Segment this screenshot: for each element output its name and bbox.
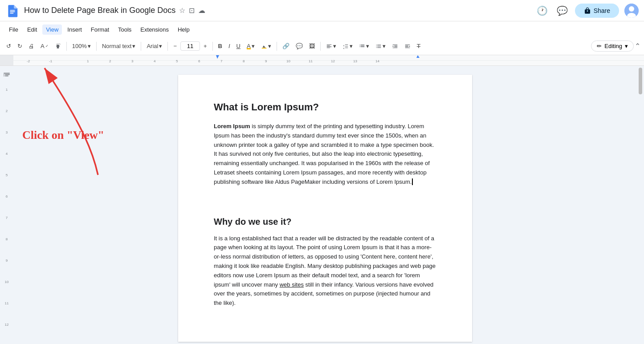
ruler-v-1: 1 [0, 79, 13, 101]
menu-extensions[interactable]: Extensions [137, 24, 172, 35]
svg-rect-7 [261, 48, 266, 49]
decrease-font-button[interactable]: − [171, 41, 179, 51]
editing-mode-button[interactable]: ✏ Editing ▾ [591, 40, 634, 52]
svg-text:2: 2 [109, 59, 111, 63]
font-chevron: ▾ [159, 43, 162, 49]
menu-help[interactable]: Help [174, 24, 193, 35]
underline-button[interactable]: U [234, 41, 243, 51]
ruler-v-7: 7 [0, 207, 13, 229]
align-button[interactable]: ▾ [323, 41, 339, 51]
spellcheck-button[interactable]: A✓ [38, 41, 51, 51]
text-color-chevron: ▾ [252, 43, 255, 49]
svg-text:6: 6 [198, 59, 200, 63]
scrollbar-thumb[interactable] [639, 68, 642, 94]
section1-paragraph-text: is simply dummy text of the printing and… [214, 123, 434, 185]
svg-text:-2: -2 [27, 59, 30, 63]
avatar [624, 4, 639, 18]
editing-label: Editing [604, 43, 622, 49]
redo-button[interactable]: ↻ [15, 41, 25, 51]
comment-icon[interactable]: 💬 [555, 4, 570, 18]
checklist-button[interactable]: ▾ [356, 41, 372, 51]
italic-button[interactable]: I [226, 41, 233, 51]
toolbar-sep-4 [167, 42, 168, 51]
star-icon[interactable]: ☆ [179, 6, 185, 15]
ruler-v-10: 10 [0, 271, 13, 293]
menu-file[interactable]: File [5, 24, 22, 35]
svg-text:3: 3 [131, 59, 134, 63]
title-right: 🕐 💬 Share [535, 4, 639, 18]
share-button[interactable]: Share [575, 4, 619, 18]
svg-text:4: 4 [154, 59, 156, 63]
menu-format[interactable]: Format [87, 24, 113, 35]
menu-tools[interactable]: Tools [114, 24, 135, 35]
ruler-v-9: 9 [0, 250, 13, 271]
svg-rect-1 [10, 10, 15, 11]
menu-edit[interactable]: Edit [24, 24, 41, 35]
image-button[interactable]: 🖼 [306, 41, 318, 51]
section1-paragraph: Lorem Ipsum is simply dummy text of the … [214, 122, 436, 187]
lock-icon [584, 7, 591, 14]
svg-text:9: 9 [265, 59, 267, 63]
zoom-chevron: ▾ [88, 43, 91, 49]
menu-insert[interactable]: Insert [64, 24, 86, 35]
toolbar-sep-7 [320, 42, 321, 51]
section1-heading: What is Lorem Ipsum? [214, 101, 436, 113]
bold-button[interactable]: B [216, 41, 225, 51]
clear-formatting-button[interactable]: T̶ [414, 41, 423, 51]
paint-format-button[interactable] [52, 41, 64, 51]
history-icon[interactable]: 🕐 [535, 4, 550, 18]
toolbar-sep-1 [66, 42, 67, 51]
share-label: Share [594, 7, 610, 14]
list-button[interactable]: ▾ [373, 41, 388, 51]
svg-text:10: 10 [286, 59, 290, 63]
line-spacing-button[interactable]: ▾ [340, 41, 355, 51]
toolbar-sep-3 [141, 42, 141, 51]
cloud-icon[interactable]: ☁ [198, 6, 205, 15]
section2-heading: Why do we use it? [214, 217, 436, 227]
highlight-chevron: ▾ [268, 43, 271, 49]
style-chevron: ▾ [132, 43, 135, 49]
doc-area[interactable]: What is Lorem Ipsum? Lorem Ipsum is simp… [13, 66, 637, 344]
text-cursor [412, 178, 413, 185]
link-button[interactable]: 🔗 [280, 41, 292, 51]
svg-text:8: 8 [243, 59, 245, 63]
text-style-label: Normal text [102, 43, 131, 49]
font-selector[interactable]: Arial ▾ [144, 41, 165, 51]
comment-add-button[interactable]: 💬 [293, 41, 306, 51]
web-sites-link[interactable]: web sites [280, 281, 304, 288]
font-label: Arial [147, 43, 158, 49]
toolbar-sep-2 [96, 42, 97, 51]
svg-point-5 [629, 6, 634, 12]
svg-rect-2 [10, 11, 15, 12]
outdent-button[interactable] [402, 41, 413, 51]
svg-rect-27 [4, 73, 10, 74]
menu-bar: File Edit View Insert Format Tools Exten… [0, 21, 644, 37]
print-button[interactable]: 🖨 [26, 41, 37, 51]
svg-text:-1: -1 [49, 59, 53, 63]
editing-chevron: ▾ [625, 43, 628, 49]
folder-icon[interactable]: ⊡ [189, 6, 195, 15]
menu-view[interactable]: View [42, 24, 62, 35]
increase-font-button[interactable]: + [201, 41, 210, 51]
ruler-v-6: 6 [0, 186, 13, 207]
text-style-selector[interactable]: Normal text ▾ [99, 41, 138, 51]
toolbar-collapse-button[interactable]: ⌃ [635, 42, 640, 50]
ruler-v-2: 2 [0, 101, 13, 122]
svg-text:7: 7 [220, 59, 223, 63]
indent-button[interactable] [389, 41, 401, 51]
ruler-v-11: 11 [0, 293, 13, 314]
svg-marker-26 [416, 55, 420, 58]
right-panel [637, 66, 644, 344]
highlight-button[interactable]: ▾ [258, 41, 274, 51]
text-color-button[interactable]: A ▾ [244, 41, 257, 51]
svg-text:11: 11 [309, 59, 313, 63]
zoom-selector[interactable]: 100% ▾ [69, 41, 94, 51]
ruler-numbers: -2 -1 1 2 3 4 5 6 7 8 9 10 11 12 13 14 [13, 55, 644, 65]
ruler-v-12: 12 [0, 314, 13, 336]
pencil-icon: ✏ [597, 43, 602, 49]
font-size-input[interactable] [180, 41, 200, 51]
zoom-value: 100% [72, 43, 87, 49]
undo-button[interactable]: ↺ [4, 41, 14, 51]
ruler-v-3: 3 [0, 122, 13, 143]
ruler: -2 -1 1 2 3 4 5 6 7 8 9 10 11 12 13 14 [0, 55, 644, 66]
